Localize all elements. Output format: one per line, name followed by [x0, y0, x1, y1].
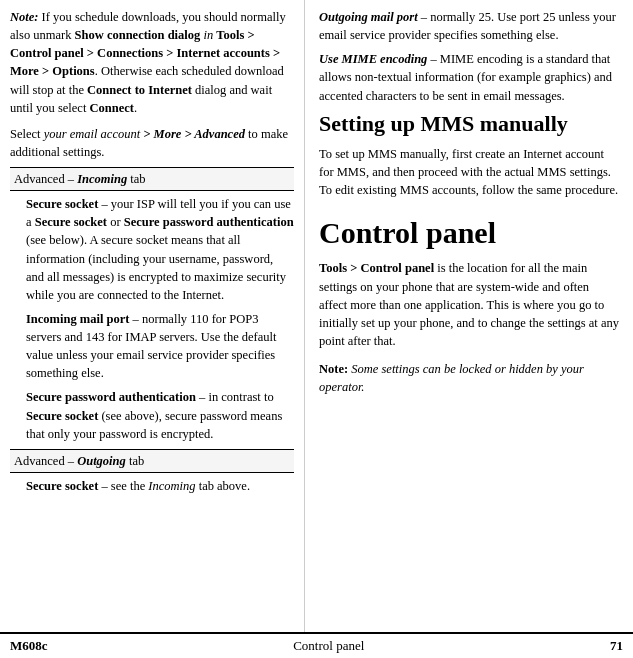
incoming-item-0: Secure socket – your ISP will tell you i…	[10, 195, 294, 304]
control-panel-heading: Control panel	[319, 215, 619, 251]
control-para-bold: Tools > Control panel	[319, 261, 434, 275]
note-text5: .	[134, 101, 137, 115]
inc-item2-bold: Secure password authentication	[26, 390, 196, 404]
footer-chapter: Control panel	[293, 638, 364, 654]
out-item0-text2: tab above.	[196, 479, 251, 493]
incoming-item-2: Secure password authentication – in cont…	[10, 388, 294, 442]
note-right-label: Note:	[319, 362, 348, 376]
outgoing-item-0: Secure socket – see the Incoming tab abo…	[10, 477, 294, 495]
inc-item0-bold2: Secure socket	[35, 215, 107, 229]
out-item0-italic: Incoming	[148, 479, 195, 493]
adv-inc-header-end: tab	[127, 172, 145, 186]
mms-para: To set up MMS manually, first create an …	[319, 145, 619, 199]
note-right: Note: Some settings can be locked or hid…	[319, 360, 619, 396]
right-column: Outgoing mail port – normally 25. Use po…	[305, 0, 633, 632]
inc-item0-bold: Secure socket	[26, 197, 98, 211]
control-para: Tools > Control panel is the location fo…	[319, 259, 619, 350]
outgoing-port-label: Outgoing mail port	[319, 10, 418, 24]
note-text2: in	[200, 28, 216, 42]
select-line: Select your email account > More > Advan…	[10, 125, 294, 161]
mime-block: Use MIME encoding – MIME encoding is a s…	[319, 50, 619, 104]
inc-item1-bold: Incoming mail port	[26, 312, 129, 326]
left-column: Note: If you schedule downloads, you sho…	[0, 0, 305, 632]
incoming-item-1: Incoming mail port – normally 110 for PO…	[10, 310, 294, 383]
select-italic1: your email account	[44, 127, 141, 141]
inc-item0-text3: (see below). A secure socket means that …	[26, 233, 286, 301]
out-item0-bold: Secure socket	[26, 479, 98, 493]
note-right-italic: Some settings can be locked or hidden by…	[319, 362, 584, 394]
inc-item2-bold2: Secure socket	[26, 409, 98, 423]
out-item0-text1: – see the	[98, 479, 148, 493]
select-text1: Select	[10, 127, 44, 141]
inc-item0-text2: or	[107, 215, 124, 229]
footer: M608c Control panel 71	[0, 632, 633, 658]
adv-out-header-text: Advanced –	[14, 454, 77, 468]
adv-inc-header-text: Advanced –	[14, 172, 77, 186]
page-container: Note: If you schedule downloads, you sho…	[0, 0, 633, 658]
note-bold1: Show connection dialog	[75, 28, 201, 42]
select-bold1: > More > Advanced	[140, 127, 245, 141]
inc-item0-bold3: Secure password authentication	[124, 215, 294, 229]
footer-model: M608c	[10, 638, 48, 654]
mms-heading: Setting up MMS manually	[319, 111, 619, 137]
mime-label: Use MIME encoding	[319, 52, 427, 66]
inc-item2-text1: – in contrast to	[196, 390, 274, 404]
advanced-incoming-header: Advanced – Incoming tab	[10, 167, 294, 191]
note-bold4: Connect	[90, 101, 134, 115]
footer-page: 71	[610, 638, 623, 654]
adv-out-header-italic: Outgoing	[77, 454, 126, 468]
note-bold3: Connect to Internet	[87, 83, 192, 97]
adv-inc-header-italic: Incoming	[77, 172, 127, 186]
advanced-outgoing-header: Advanced – Outgoing tab	[10, 449, 294, 473]
content-area: Note: If you schedule downloads, you sho…	[0, 0, 633, 632]
note-block: Note: If you schedule downloads, you sho…	[10, 8, 294, 117]
outgoing-port-block: Outgoing mail port – normally 25. Use po…	[319, 8, 619, 44]
adv-out-header-end: tab	[126, 454, 144, 468]
note-label: Note:	[10, 10, 38, 24]
